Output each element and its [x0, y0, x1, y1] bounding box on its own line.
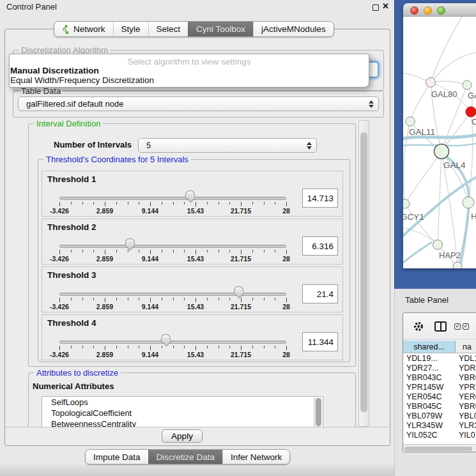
slider-thumb[interactable] [125, 238, 135, 245]
number-of-intervals-combobox[interactable]: 5 [138, 138, 317, 153]
tab-select[interactable]: Select [148, 22, 188, 36]
scrollbar-thumb[interactable] [360, 132, 367, 412]
cell-name[interactable]: YIL0 [456, 431, 476, 440]
scrollbar-thumb[interactable] [316, 398, 321, 426]
tab-cyni-toolbox[interactable]: Cyni Toolbox [188, 22, 253, 36]
slider-thumb[interactable] [185, 190, 195, 197]
attribute-item-topologicalcoefficient[interactable]: TopologicalCoefficient [42, 408, 323, 418]
network-node-gal4[interactable] [434, 144, 449, 159]
cell-shared-name[interactable]: YBR043C [403, 373, 456, 383]
cell-shared-name[interactable]: YIL052C [403, 431, 456, 440]
table-row[interactable]: YBR043CYBR0 [403, 373, 476, 383]
threshold-value-field[interactable]: 21.4 [302, 284, 338, 303]
numerical-attributes-list[interactable]: SelfLoopsTopologicalCoefficientBetweenne… [42, 396, 323, 427]
tick-mark [116, 250, 117, 252]
threshold-slider[interactable]: -3.4262.8599.14415.4321.71528 [59, 171, 286, 217]
columns-icon[interactable] [434, 321, 447, 332]
network-node-hap2[interactable] [433, 240, 443, 250]
attributes-list-scrollbar[interactable] [314, 397, 321, 427]
cell-shared-name[interactable]: YBL079W [403, 411, 456, 421]
traffic-light-minimize-icon[interactable] [424, 6, 432, 15]
network-node-gal80[interactable] [426, 78, 436, 88]
network-node-label: GAL80 [431, 89, 457, 99]
table-row[interactable]: YDR27...YDR2 [403, 364, 476, 373]
threshold-value-field[interactable]: 14.713 [302, 188, 338, 208]
table-row[interactable]: YER054CYER0 [403, 392, 476, 402]
threshold-value-field[interactable]: 11.344 [302, 332, 338, 351]
slider-thumb[interactable] [234, 286, 243, 293]
cell-shared-name[interactable]: YDL19... [403, 354, 456, 364]
table-row[interactable]: YPR145WYPR1 [403, 383, 476, 392]
table-horizontal-scrollbar[interactable] [403, 444, 476, 452]
slider-track[interactable] [59, 245, 286, 248]
threshold-value-field[interactable]: 6.316 [302, 236, 338, 256]
traffic-light-close-icon[interactable] [410, 6, 418, 15]
tab-network[interactable]: Network [54, 22, 113, 36]
dropdown-option-equal-width-frequency-discretization[interactable]: Equal Width/Frequency Discretization [10, 75, 369, 85]
network-window-titlebar[interactable] [403, 3, 476, 17]
apply-button[interactable]: Apply [162, 429, 203, 443]
cell-name[interactable]: YBL0 [456, 411, 476, 421]
attribute-item-betweennesscentrality[interactable]: BetweennessCentrality [42, 418, 323, 427]
threshold-slider[interactable]: -3.4262.8599.14415.4321.71528 [59, 267, 286, 313]
settings-scrollbar[interactable] [358, 120, 369, 427]
network-node-ga[interactable] [463, 81, 472, 89]
tab-impute-data[interactable]: Impute Data [86, 450, 148, 464]
tick-label: 28 [282, 303, 290, 311]
network-node[interactable] [453, 262, 462, 268]
close-icon[interactable]: ✕ [382, 1, 389, 11]
cell-name[interactable]: YDR2 [456, 364, 476, 373]
tab-style[interactable]: Style [113, 22, 148, 36]
network-node-gcy1[interactable] [403, 199, 410, 208]
traffic-light-zoom-icon[interactable] [437, 6, 445, 15]
panel-bottom-strip [0, 464, 394, 476]
column-header-name[interactable]: na [456, 341, 476, 353]
tick-mark [105, 250, 105, 254]
table-data-combobox[interactable]: galFiltered.sif default node [18, 96, 379, 111]
network-view-window: GAL80GACGAL11GAL4GCY1HHAP2 [403, 3, 476, 268]
cell-name[interactable]: YPR1 [456, 383, 476, 392]
threshold-slider[interactable]: -3.4262.8599.14415.4321.71528 [59, 219, 286, 265]
cell-shared-name[interactable]: YLR345W [403, 421, 456, 431]
dropdown-option-manual-discretization[interactable]: Manual Discretization [10, 66, 369, 75]
network-node-gal11[interactable] [406, 117, 415, 126]
cell-name[interactable]: YDL1 [456, 354, 476, 364]
attribute-item-selfloops[interactable]: SelfLoops [42, 397, 323, 408]
tab-infer-network[interactable]: Infer Network [222, 450, 289, 464]
scrollbar-thumb[interactable] [404, 447, 472, 451]
cell-shared-name[interactable]: YER054C [403, 392, 456, 402]
cell-name[interactable]: YBR0 [456, 402, 476, 411]
tab-jactivemnodules[interactable]: jActiveMNodules [253, 22, 334, 36]
slider-track[interactable] [59, 341, 286, 344]
column-header-shared-name[interactable]: shared... [403, 341, 456, 353]
cell-shared-name[interactable]: YPR145W [403, 383, 456, 392]
slider-track[interactable] [59, 293, 286, 296]
tick-mark [229, 298, 230, 300]
network-node-label: HAP2 [439, 250, 461, 260]
cell-name[interactable]: YER0 [456, 392, 476, 402]
network-node-label: GAL11 [409, 127, 435, 137]
tab-discretize-data[interactable]: Discretize Data [148, 450, 223, 464]
network-node-c[interactable] [466, 107, 476, 117]
table-row[interactable]: YIL052CYIL0 [403, 431, 476, 440]
threshold-panel: Threshold 3 -3.4262.8599.14415.4321.7152… [42, 266, 343, 312]
table-row[interactable]: YBL079WYBL0 [403, 411, 476, 421]
float-window-icon[interactable] [372, 4, 379, 11]
slider-thumb[interactable] [161, 334, 171, 341]
cell-name[interactable]: YBR0 [456, 373, 476, 383]
slider-track[interactable] [59, 197, 286, 200]
threshold-panel: Threshold 4 -3.4262.8599.14415.4321.7152… [42, 314, 343, 360]
threshold-slider[interactable]: -3.4262.8599.14415.4321.71528 [59, 315, 286, 361]
network-node-h[interactable] [463, 197, 474, 208]
table-row[interactable]: YLR345WYLR3 [403, 421, 476, 431]
checkbox-icon[interactable] [463, 323, 469, 330]
table-row[interactable]: YBR045CYBR0 [403, 402, 476, 411]
table-row[interactable]: YDL19...YDL1 [403, 354, 476, 364]
cell-name[interactable]: YLR3 [456, 421, 476, 431]
gear-icon[interactable] [413, 321, 424, 332]
network-canvas[interactable]: GAL80GACGAL11GAL4GCY1HHAP2 [403, 17, 476, 268]
cell-shared-name[interactable]: YDR27... [403, 364, 456, 373]
cell-shared-name[interactable]: YBR045C [403, 402, 456, 411]
checkbox-icon[interactable] [454, 323, 461, 330]
tick-mark [264, 202, 265, 204]
